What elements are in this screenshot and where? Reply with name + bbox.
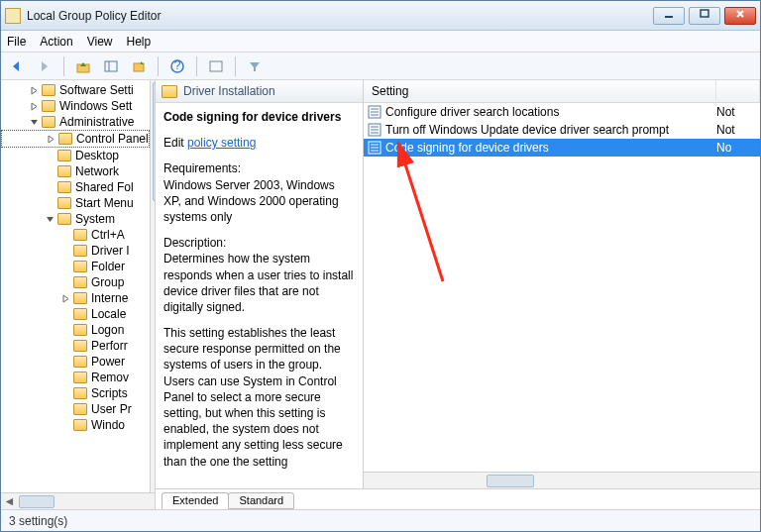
menu-view[interactable]: View xyxy=(87,35,113,49)
tree-item[interactable]: Scripts xyxy=(1,385,150,401)
show-hide-tree-button[interactable] xyxy=(99,55,123,77)
expand-icon[interactable] xyxy=(60,388,71,399)
tree-item[interactable]: Windo xyxy=(1,417,150,433)
tree-item[interactable]: Windows Sett xyxy=(1,98,150,114)
expand-icon[interactable] xyxy=(60,262,71,272)
tree-item-label: Ctrl+A xyxy=(91,228,125,242)
list-row[interactable]: Configure driver search locationsNot xyxy=(364,103,760,121)
folder-icon xyxy=(57,181,71,193)
expand-icon[interactable] xyxy=(60,420,71,431)
requirements-text: Windows Server 2003, Windows XP, and Win… xyxy=(163,178,339,224)
scrollbar-thumb[interactable] xyxy=(487,475,534,487)
expand-icon[interactable] xyxy=(60,230,71,241)
tree-item[interactable]: Shared Fol xyxy=(1,179,150,195)
scrollbar-thumb[interactable] xyxy=(153,82,155,201)
menu-file[interactable]: File xyxy=(7,35,26,49)
tree-horizontal-scrollbar[interactable]: ◄ xyxy=(1,492,155,509)
tree-item[interactable]: Administrative xyxy=(1,114,150,130)
expand-icon[interactable] xyxy=(60,325,71,336)
expand-icon[interactable] xyxy=(45,151,55,161)
expand-icon[interactable] xyxy=(60,372,71,383)
close-button[interactable] xyxy=(724,7,756,25)
expand-icon[interactable] xyxy=(29,85,40,96)
expand-icon[interactable] xyxy=(45,182,55,193)
expand-icon[interactable] xyxy=(45,214,55,225)
detail-body: Code signing for device drivers Edit pol… xyxy=(156,103,363,488)
toolbar-sep xyxy=(63,56,64,76)
properties-button[interactable] xyxy=(204,55,228,77)
tree-item[interactable]: Power xyxy=(1,354,150,370)
folder-icon xyxy=(73,403,87,415)
tree-item[interactable]: Desktop xyxy=(1,148,150,163)
menu-help[interactable]: Help xyxy=(127,35,152,49)
expand-icon[interactable] xyxy=(45,166,55,177)
expand-icon[interactable] xyxy=(29,101,40,112)
folder-icon xyxy=(73,419,87,431)
tree-item[interactable]: Start Menu xyxy=(1,195,150,211)
tree-item[interactable]: Driver I xyxy=(1,243,150,259)
tree-item[interactable]: Network xyxy=(1,163,150,179)
filter-button[interactable] xyxy=(243,55,267,77)
tree-item-label: Folder xyxy=(91,260,125,273)
tab-extended[interactable]: Extended xyxy=(162,492,229,509)
list-horizontal-scrollbar[interactable] xyxy=(364,472,760,488)
tree-item[interactable]: Group xyxy=(1,274,150,290)
folder-icon xyxy=(57,150,71,161)
tree-item[interactable]: Remov xyxy=(1,370,150,385)
tree-item[interactable]: Perforr xyxy=(1,338,150,354)
help-button[interactable]: ? xyxy=(165,55,189,77)
list-row[interactable]: Code signing for device driversNo xyxy=(364,139,760,157)
back-button[interactable] xyxy=(5,55,29,77)
svg-line-23 xyxy=(398,143,443,281)
tree-pane: Software SettiWindows SettAdministrative… xyxy=(1,80,156,509)
minimize-button[interactable] xyxy=(653,7,685,25)
up-folder-button[interactable] xyxy=(71,55,95,77)
tree-item[interactable]: User Pr xyxy=(1,401,150,417)
expand-icon[interactable] xyxy=(60,357,71,368)
tree-item[interactable]: Folder xyxy=(1,259,150,274)
scroll-left-icon[interactable]: ◄ xyxy=(1,493,18,510)
folder-icon xyxy=(73,229,87,241)
tree-vertical-scrollbar[interactable] xyxy=(150,80,155,492)
tree-item-label: Shared Fol xyxy=(75,180,134,194)
tree-item-label: Start Menu xyxy=(75,196,134,210)
tab-standard[interactable]: Standard xyxy=(228,492,294,509)
expand-icon[interactable] xyxy=(60,277,71,288)
tree-item[interactable]: Ctrl+A xyxy=(1,227,150,243)
setting-title: Code signing for device drivers xyxy=(163,109,355,125)
list-header[interactable]: Setting xyxy=(364,80,760,103)
tree-item[interactable]: Software Setti xyxy=(1,82,150,98)
tree-item[interactable]: Control Panel xyxy=(1,130,150,148)
column-setting[interactable]: Setting xyxy=(364,80,716,102)
expand-icon[interactable] xyxy=(29,117,40,128)
forward-button[interactable] xyxy=(33,55,56,77)
toolbar: ? xyxy=(1,53,760,80)
description-block-2: This setting establishes the least secur… xyxy=(163,325,355,470)
expand-icon[interactable] xyxy=(60,246,71,257)
expand-icon[interactable] xyxy=(60,309,71,320)
tree-item[interactable]: Interne xyxy=(1,290,150,306)
tree-item[interactable]: Locale xyxy=(1,306,150,322)
expand-icon[interactable] xyxy=(60,293,71,304)
list-row[interactable]: Turn off Windows Update device driver se… xyxy=(364,121,760,139)
scrollbar-thumb[interactable] xyxy=(19,495,54,508)
expand-icon[interactable] xyxy=(46,134,56,145)
tree-item[interactable]: Logon xyxy=(1,322,150,338)
edit-policy-link[interactable]: policy setting xyxy=(187,136,256,150)
menu-action[interactable]: Action xyxy=(40,35,72,49)
export-button[interactable] xyxy=(127,55,151,77)
tree-item-label: Desktop xyxy=(75,149,119,162)
folder-icon xyxy=(73,387,87,399)
tree-item-label: Network xyxy=(75,164,119,178)
folder-icon xyxy=(73,245,87,257)
expand-icon[interactable] xyxy=(45,198,55,209)
tree-item-label: Remov xyxy=(91,371,129,384)
window-title: Local Group Policy Editor xyxy=(27,9,161,23)
column-state[interactable] xyxy=(716,80,760,102)
expand-icon[interactable] xyxy=(60,404,71,415)
titlebar[interactable]: Local Group Policy Editor xyxy=(1,1,760,31)
expand-icon[interactable] xyxy=(60,341,71,352)
tree-item[interactable]: System xyxy=(1,211,150,227)
tree-scroll[interactable]: Software SettiWindows SettAdministrative… xyxy=(1,80,155,492)
maximize-button[interactable] xyxy=(689,7,720,25)
